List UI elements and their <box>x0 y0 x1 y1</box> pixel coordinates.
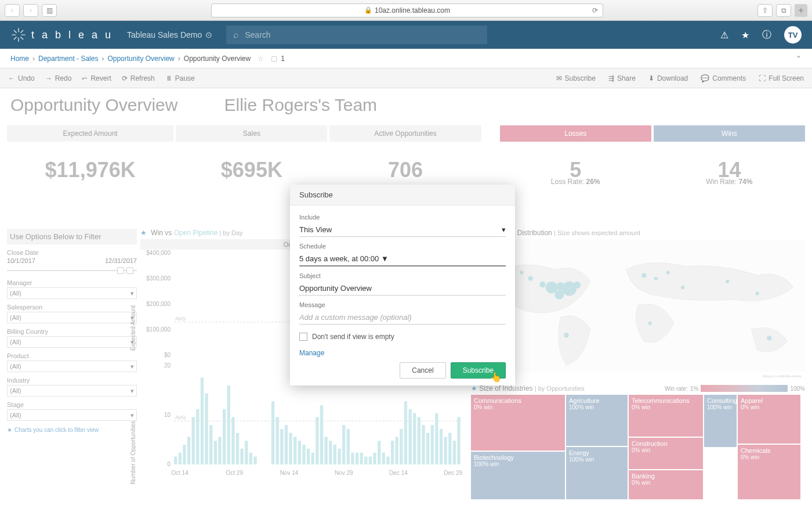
svg-point-224 <box>666 271 669 274</box>
svg-rect-180 <box>342 425 345 464</box>
treemap-cell[interactable]: Biotechnology100% win <box>471 452 565 499</box>
search-input[interactable] <box>245 30 480 39</box>
reload-icon[interactable]: ⟳ <box>592 6 598 15</box>
refresh-icon: ⟳ <box>122 74 128 82</box>
treemap-cell[interactable]: Energy100% win <box>566 447 628 499</box>
svg-rect-191 <box>391 441 394 464</box>
empty-checkbox[interactable]: Don't send if view is empty <box>299 333 506 341</box>
filter-country[interactable]: (All)▾ <box>7 336 137 348</box>
svg-text:$100,000: $100,000 <box>146 326 171 333</box>
filter-salesperson[interactable]: (All)▾ <box>7 312 137 323</box>
share-icon: ⇶ <box>608 74 614 82</box>
treemap-cell[interactable]: Construction0% win <box>629 438 703 469</box>
avatar[interactable]: TV <box>784 26 802 44</box>
svg-rect-177 <box>329 441 332 464</box>
svg-rect-190 <box>386 456 389 464</box>
redo-button[interactable]: →Redo <box>45 74 72 82</box>
refresh-button[interactable]: ⟳Refresh <box>122 74 155 82</box>
svg-text:$0: $0 <box>164 352 171 358</box>
kpi-losses[interactable]: Losses 5 Loss Rate: 26% <box>500 125 651 193</box>
treemap-cell[interactable]: Apparel0% win <box>738 395 800 444</box>
search-icon: ⌕ <box>233 30 239 40</box>
svg-rect-170 <box>298 441 301 464</box>
undo-button[interactable]: ←Undo <box>8 74 35 82</box>
subscribe-modal: Subscribe Include This View▾ Schedule 5 … <box>290 185 515 385</box>
treemap-cell[interactable]: Communications0% win <box>471 395 565 451</box>
world-map[interactable] <box>471 239 805 372</box>
download-button[interactable]: ⬇Download <box>648 74 688 82</box>
kpi-expected[interactable]: Expected Amount $11,976K <box>7 125 173 193</box>
tableau-logo[interactable]: t a b l e a u <box>10 27 113 43</box>
svg-rect-149 <box>205 394 208 464</box>
filter-manager[interactable]: (All)▾ <box>7 287 137 299</box>
svg-text:Dec 14: Dec 14 <box>389 470 408 476</box>
kpi-wins[interactable]: Wins 14 Win Rate: 74% <box>654 125 805 193</box>
date-slider[interactable] <box>7 266 137 275</box>
alert-icon[interactable]: ⚠ <box>720 30 728 41</box>
message-input[interactable] <box>299 311 506 325</box>
svg-rect-164 <box>271 401 274 464</box>
treemap-area[interactable]: ★ Size of Industries | by Opportunities … <box>471 384 805 501</box>
svg-point-222 <box>641 273 646 278</box>
subscribe-submit-button[interactable]: Subscribe 👆 <box>451 362 506 379</box>
back-button[interactable]: ‹ <box>5 4 20 17</box>
svg-rect-165 <box>276 417 279 464</box>
info-icon[interactable]: ⓘ <box>762 29 771 41</box>
breadcrumb-dept[interactable]: Department - Sales <box>38 55 98 63</box>
cancel-button[interactable]: Cancel <box>400 362 445 379</box>
kpi-sales[interactable]: Sales $695K <box>176 125 327 193</box>
filter-panel: Use Options Below to Filter Close Date 1… <box>7 229 137 433</box>
tableau-logo-icon <box>10 27 27 43</box>
cursor-icon: 👆 <box>490 372 502 383</box>
star-icon[interactable]: ★ <box>741 30 749 41</box>
collapse-icon[interactable]: ⌃ <box>796 55 802 63</box>
svg-rect-175 <box>320 405 323 464</box>
treemap-cell[interactable]: Agriculture100% win <box>566 395 628 446</box>
kpi-active[interactable]: Active Opportunities 706 <box>329 125 481 193</box>
subscribe-button[interactable]: ✉Subscribe <box>556 74 596 82</box>
treemap-cell[interactable]: Banking0% win <box>629 470 703 499</box>
filter-stage[interactable]: (All)▾ <box>7 409 137 421</box>
svg-rect-156 <box>236 433 239 464</box>
filter-product[interactable]: (All)▾ <box>7 361 137 372</box>
schedule-select[interactable]: 5 days a week, at 00:00 ▼ <box>299 252 506 266</box>
svg-rect-143 <box>179 453 182 464</box>
comments-button[interactable]: 💬Comments <box>701 74 746 82</box>
svg-rect-187 <box>373 453 376 464</box>
favorite-icon[interactable]: ☆ <box>258 55 264 63</box>
filter-industry[interactable]: (All)▾ <box>7 385 137 397</box>
manage-link[interactable]: Manage <box>299 349 324 357</box>
svg-rect-153 <box>223 409 226 464</box>
treemap-cell[interactable]: Telecommunications0% win <box>629 395 703 437</box>
share-button[interactable]: ⇪ <box>757 4 773 17</box>
revert-button[interactable]: ⤺Revert <box>82 74 111 82</box>
svg-rect-197 <box>418 417 420 464</box>
breadcrumb-workbook[interactable]: Opportunity Overview <box>107 55 174 63</box>
treemap[interactable]: Communications0% winBiotechnology100% wi… <box>471 395 805 499</box>
forward-button[interactable]: › <box>23 4 38 17</box>
sidebar-toggle[interactable]: ▥ <box>42 4 57 17</box>
tabs-button[interactable]: ⧉ <box>776 4 791 17</box>
fullscreen-button[interactable]: ⛶Full Screen <box>759 74 804 82</box>
treemap-cell[interactable]: Consulting100% win <box>704 395 737 447</box>
map-area[interactable]: ★ Geographic Distribution | Size shows e… <box>471 229 805 377</box>
pause-button[interactable]: ⏸Pause <box>165 74 195 82</box>
treemap-title: ★ Size of Industries | by Opportunities … <box>471 384 805 392</box>
include-select[interactable]: This View▾ <box>299 223 506 237</box>
svg-rect-182 <box>351 453 354 464</box>
search-bar[interactable]: ⌕ <box>226 26 487 44</box>
svg-rect-202 <box>440 429 443 464</box>
svg-point-218 <box>554 290 564 299</box>
workbook-selector[interactable]: Tableau Sales Demo ⊙ <box>127 30 212 39</box>
treemap-cell[interactable]: Chemicals0% win <box>738 445 800 499</box>
subject-input[interactable] <box>299 282 506 296</box>
checkbox-icon <box>299 333 307 341</box>
address-bar[interactable]: 🔒 10az.online.tableau.com ⟳ <box>211 3 603 17</box>
new-tab-button[interactable]: + <box>795 4 807 17</box>
svg-rect-157 <box>240 449 243 464</box>
svg-rect-188 <box>378 441 380 464</box>
views-count: 1 <box>281 55 285 63</box>
svg-rect-184 <box>360 453 362 464</box>
share-button[interactable]: ⇶Share <box>608 74 636 82</box>
breadcrumb-home[interactable]: Home <box>10 55 29 63</box>
